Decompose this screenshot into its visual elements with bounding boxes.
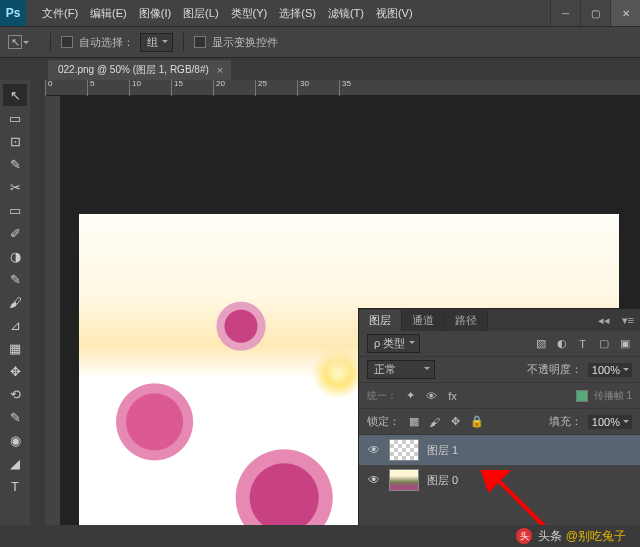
panel-collapse-icon[interactable]: ◂◂: [592, 314, 616, 327]
marquee-tool[interactable]: ▭: [3, 107, 27, 129]
type-tool[interactable]: T: [3, 475, 27, 497]
move-tool[interactable]: ↖: [3, 84, 27, 106]
document-tab-close[interactable]: ×: [217, 64, 223, 76]
close-button[interactable]: ✕: [610, 0, 640, 26]
unify-pos-icon[interactable]: ✦: [403, 388, 418, 403]
lasso-tool[interactable]: ⊡: [3, 130, 27, 152]
lock-paint-icon[interactable]: 🖌: [427, 414, 442, 429]
opacity-label: 不透明度：: [527, 362, 582, 377]
ruler-horizontal: 0 5 10 15 20 25 30 35: [45, 80, 640, 96]
lock-all-icon[interactable]: 🔒: [469, 414, 484, 429]
dodge-tool[interactable]: ✎: [3, 406, 27, 428]
visibility-icon[interactable]: 👁: [367, 443, 381, 457]
filter-pixel-icon[interactable]: ▧: [533, 336, 548, 351]
unify-style-icon[interactable]: fx: [445, 388, 460, 403]
menu-type[interactable]: 类型(Y): [231, 6, 268, 21]
history-brush-tool[interactable]: ⊿: [3, 314, 27, 336]
layer-row[interactable]: 👁 图层 0: [359, 465, 640, 495]
minimize-button[interactable]: ─: [550, 0, 580, 26]
filter-type-icon[interactable]: T: [575, 336, 590, 351]
path-tool[interactable]: ◢: [3, 452, 27, 474]
auto-select-label: 自动选择：: [79, 35, 134, 50]
menu-file[interactable]: 文件(F): [42, 6, 78, 21]
document-tab-title: 022.png @ 50% (图层 1, RGB/8#): [58, 63, 209, 77]
eraser-tool[interactable]: ▦: [3, 337, 27, 359]
unify-vis-icon[interactable]: 👁: [424, 388, 439, 403]
auto-select-dropdown[interactable]: 组: [140, 33, 173, 52]
filter-smart-icon[interactable]: ▣: [617, 336, 632, 351]
opacity-input[interactable]: 100%: [588, 363, 632, 377]
lock-label: 锁定：: [367, 414, 400, 429]
toolbox: ↖ ▭ ⊡ ✎ ✂ ▭ ✐ ◑ ✎ 🖌 ⊿ ▦ ✥ ⟲ ✎ ◉ ◢ T: [0, 80, 30, 547]
brush-tool[interactable]: ✎: [3, 268, 27, 290]
toutiao-logo-icon: 头: [516, 528, 532, 544]
fill-input[interactable]: 100%: [588, 415, 632, 429]
tab-paths[interactable]: 路径: [445, 310, 488, 331]
unify-label: 统一：: [367, 389, 397, 403]
layer-row[interactable]: 👁 图层 1: [359, 435, 640, 465]
pen-tool[interactable]: ◉: [3, 429, 27, 451]
filter-shape-icon[interactable]: ▢: [596, 336, 611, 351]
propagate-checkbox[interactable]: [576, 390, 588, 402]
menu-select[interactable]: 选择(S): [279, 6, 316, 21]
options-bar: ↖ 自动选择： 组 显示变换控件: [0, 26, 640, 58]
blur-tool[interactable]: ⟲: [3, 383, 27, 405]
gradient-tool[interactable]: ✥: [3, 360, 27, 382]
tool-preset-picker[interactable]: ↖: [8, 35, 22, 49]
layer-thumbnail[interactable]: [389, 439, 419, 461]
blend-mode-dropdown[interactable]: 正常: [367, 360, 435, 379]
menu-view[interactable]: 视图(V): [376, 6, 413, 21]
layer-name[interactable]: 图层 0: [427, 473, 458, 488]
layer-name[interactable]: 图层 1: [427, 443, 458, 458]
lock-trans-icon[interactable]: ▩: [406, 414, 421, 429]
show-transform-label: 显示变换控件: [212, 35, 278, 50]
panel-menu-icon[interactable]: ▾≡: [616, 314, 640, 327]
spot-heal-tool[interactable]: ◑: [3, 245, 27, 267]
crop-tool[interactable]: ✂: [3, 176, 27, 198]
footer-attribution: 头 头条 @别吃兔子: [0, 525, 640, 547]
maximize-button[interactable]: ▢: [580, 0, 610, 26]
eyedropper-tool[interactable]: ✐: [3, 222, 27, 244]
footer-handle: 别吃兔子: [578, 529, 626, 543]
document-tab[interactable]: 022.png @ 50% (图层 1, RGB/8#) ×: [48, 60, 231, 80]
menu-layer[interactable]: 图层(L): [183, 6, 218, 21]
visibility-icon[interactable]: 👁: [367, 473, 381, 487]
wand-tool[interactable]: ✎: [3, 153, 27, 175]
layer-thumbnail[interactable]: [389, 469, 419, 491]
footer-brand: 头条: [538, 528, 562, 545]
menu-image[interactable]: 图像(I): [139, 6, 171, 21]
menu-edit[interactable]: 编辑(E): [90, 6, 127, 21]
auto-select-checkbox[interactable]: [61, 36, 73, 48]
tab-layers[interactable]: 图层: [359, 310, 402, 331]
fill-label: 填充：: [549, 414, 582, 429]
menu-filter[interactable]: 滤镜(T): [328, 6, 364, 21]
stamp-tool[interactable]: 🖌: [3, 291, 27, 313]
show-transform-checkbox[interactable]: [194, 36, 206, 48]
app-logo: Ps: [0, 0, 26, 26]
filter-adjust-icon[interactable]: ◐: [554, 336, 569, 351]
propagate-label: 传播帧 1: [594, 389, 632, 403]
lock-pos-icon[interactable]: ✥: [448, 414, 463, 429]
tab-channels[interactable]: 通道: [402, 310, 445, 331]
ruler-vertical: [45, 96, 61, 547]
layers-panel: 图层 通道 路径 ◂◂ ▾≡ ρ 类型 ▧ ◐ T ▢ ▣ 正常 不透明度： 1…: [358, 308, 640, 525]
layer-filter-type[interactable]: ρ 类型: [367, 334, 420, 353]
menu-bar: 文件(F) 编辑(E) 图像(I) 图层(L) 类型(Y) 选择(S) 滤镜(T…: [26, 6, 550, 21]
frame-tool[interactable]: ▭: [3, 199, 27, 221]
